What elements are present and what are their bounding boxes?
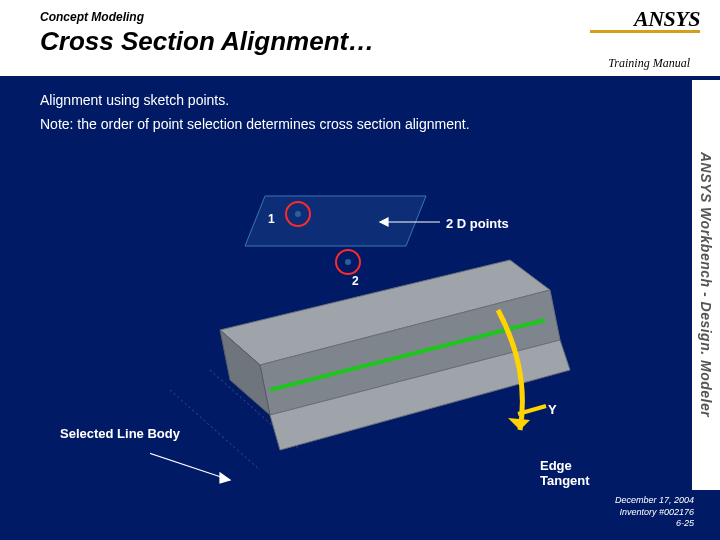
- label-edge-tangent: Edge Tangent: [540, 458, 590, 488]
- svg-line-7: [150, 450, 230, 480]
- vertical-strip: ANSYS Workbench - Design. Modeler: [692, 80, 720, 490]
- logo-underline-icon: [590, 30, 700, 33]
- svg-point-11: [345, 259, 351, 265]
- slide: Concept Modeling Cross Section Alignment…: [0, 0, 720, 540]
- header: Concept Modeling Cross Section Alignment…: [0, 0, 720, 78]
- body-line-1: Alignment using sketch points.: [40, 92, 680, 108]
- figure-svg: [150, 170, 590, 490]
- footer-date: December 17, 2004: [615, 495, 694, 507]
- logo: ANSYS: [590, 6, 700, 33]
- body-line-2: Note: the order of point selection deter…: [40, 116, 680, 132]
- footer-page: 6-25: [615, 518, 694, 530]
- footer: December 17, 2004 Inventory #002176 6-25: [615, 495, 694, 530]
- logo-text: ANSYS: [634, 6, 700, 32]
- footer-inventory: Inventory #002176: [615, 507, 694, 519]
- label-point-2: 2: [352, 274, 359, 288]
- figure: 1 2 2 D points Y Selected Line Body Edge…: [150, 170, 590, 470]
- label-2d-points: 2 D points: [446, 216, 509, 231]
- sketch-plane-icon: [245, 196, 426, 274]
- vertical-strip-text: ANSYS Workbench - Design. Modeler: [698, 152, 714, 417]
- content: Alignment using sketch points. Note: the…: [40, 92, 680, 132]
- label-y: Y: [548, 402, 557, 417]
- label-selected-line-body: Selected Line Body: [60, 426, 180, 441]
- selected-leader-icon: [150, 450, 230, 483]
- training-manual-label: Training Manual: [608, 56, 690, 71]
- svg-marker-8: [220, 473, 230, 483]
- svg-line-0: [170, 390, 260, 470]
- svg-point-10: [295, 211, 301, 217]
- svg-marker-6: [508, 418, 530, 430]
- label-point-1: 1: [268, 212, 275, 226]
